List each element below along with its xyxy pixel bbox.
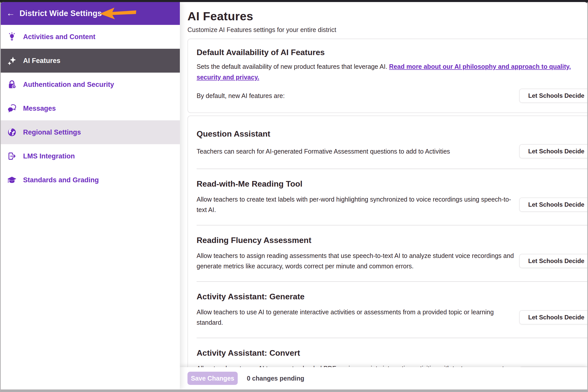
feature-heading: Activity Assistant: Generate [197, 292, 587, 301]
sidebar-item-ai-features[interactable]: AI Features [1, 49, 180, 73]
sidebar-item-messages[interactable]: Messages [1, 96, 180, 120]
main-content: AI Features Customize AI Features settin… [180, 2, 587, 389]
sidebar-item-label: Messages [23, 105, 56, 112]
sidebar-item-label: LMS Integration [23, 152, 75, 160]
sidebar-header: ← District Wide Settings [1, 2, 180, 25]
feature-description: Allow teachers to use AI to generate int… [197, 307, 519, 328]
feature-section-question-assistant: Question Assistant Teachers can search f… [197, 119, 587, 169]
changes-pending-status: 0 changes pending [247, 375, 304, 382]
feature-section-activity-assistant-generate: Activity Assistant: Generate Allow teach… [197, 282, 587, 338]
feature-heading: Read-with-Me Reading Tool [197, 179, 587, 189]
sidebar-item-authentication-and-security[interactable]: Authentication and Security [1, 73, 180, 96]
feature-heading: Reading Fluency Assessment [197, 236, 587, 245]
description-text: Sets the default availability of new pro… [197, 63, 389, 70]
export-icon [7, 151, 17, 161]
default-setting-label: By default, new AI features are: [197, 92, 519, 100]
feature-section-read-with-me-reading-tool: Read-with-Me Reading Tool Allow teachers… [197, 169, 587, 225]
sidebar-item-label: Activities and Content [23, 33, 95, 41]
default-availability-description: Sets the default availability of new pro… [197, 61, 582, 83]
sidebar-item-label: Authentication and Security [23, 81, 114, 89]
feature-section-reading-fluency-assessment: Reading Fluency Assessment Allow teacher… [197, 225, 587, 282]
default-availability-heading: Default Availability of AI Features [197, 48, 587, 57]
default-availability-card: Default Availability of AI Features Sets… [187, 39, 587, 113]
page-subtitle: Customize AI Features settings for your … [187, 26, 587, 34]
lightbulb-icon [7, 32, 17, 42]
sidebar-item-activities-and-content[interactable]: Activities and Content [1, 25, 180, 49]
feature-heading: Question Assistant [197, 129, 587, 139]
footer-bar: Save Changes 0 changes pending [180, 367, 587, 389]
default-availability-dropdown[interactable]: Let Schools Decide [519, 89, 587, 103]
ai-features-card: Question Assistant Teachers can search f… [187, 116, 587, 389]
feature-dropdown-question-assistant[interactable]: Let Schools Decide [519, 144, 587, 158]
chat-bubbles-icon [7, 103, 17, 113]
sidebar-title: District Wide Settings [20, 9, 102, 18]
feature-description: Allow teachers to create text labels wit… [197, 194, 519, 215]
save-changes-button[interactable]: Save Changes [187, 372, 238, 385]
annotation-arrow [99, 7, 137, 20]
default-setting-row: By default, new AI features are: Let Sch… [197, 89, 587, 103]
sidebar: ← District Wide Settings Activities and … [1, 2, 180, 389]
sidebar-item-regional-settings[interactable]: Regional Settings [1, 120, 180, 144]
lock-icon [7, 79, 17, 90]
page-title: AI Features [187, 9, 587, 23]
sparkles-icon [7, 56, 17, 66]
feature-dropdown-activity-assistant-generate[interactable]: Let Schools Decide [519, 310, 587, 324]
sidebar-item-label: AI Features [23, 57, 60, 65]
feature-description: Allow teachers to assign reading assessm… [197, 251, 519, 271]
sidebar-item-standards-and-grading[interactable]: Standards and Grading [1, 168, 180, 192]
sidebar-item-label: Standards and Grading [23, 176, 99, 184]
graduation-cap-icon [7, 175, 17, 185]
feature-description: Teachers can search for AI-generated For… [197, 146, 519, 157]
feature-dropdown-reading-fluency-assessment[interactable]: Let Schools Decide [519, 254, 587, 268]
feature-dropdown-read-with-me-reading-tool[interactable]: Let Schools Decide [519, 198, 587, 212]
back-arrow-icon[interactable]: ← [6, 9, 15, 17]
globe-icon [7, 127, 17, 137]
app-window: AI Features Customize AI Features settin… [0, 0, 588, 392]
feature-heading: Activity Assistant: Convert [197, 348, 587, 358]
sidebar-item-label: Regional Settings [23, 128, 81, 136]
sidebar-nav: Activities and Content AI Features Authe… [1, 25, 180, 192]
sidebar-item-lms-integration[interactable]: LMS Integration [1, 144, 180, 168]
